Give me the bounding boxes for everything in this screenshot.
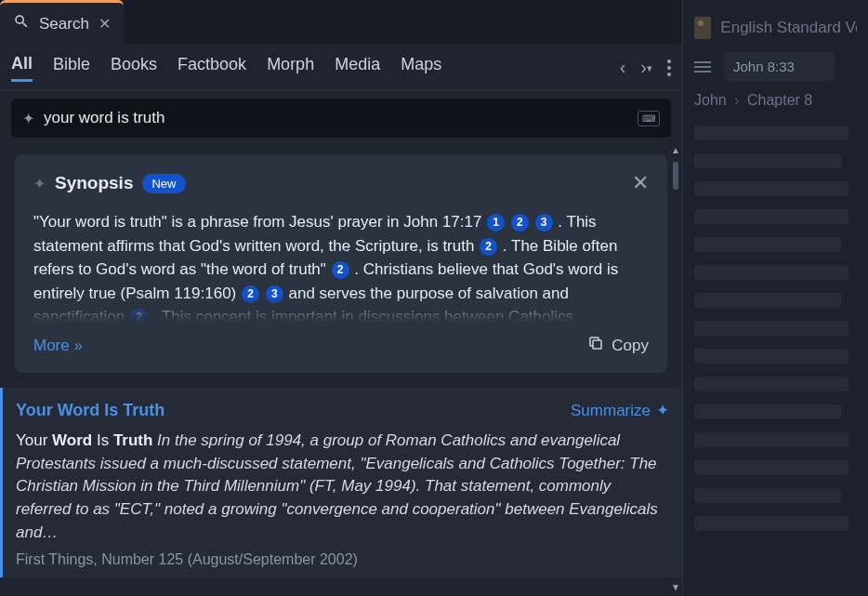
- result-source: First Things, Number 125 (August/Septemb…: [16, 551, 669, 568]
- nav-controls: ‹ ›▾: [620, 57, 671, 78]
- result-body: Your Word Is Truth In the spring of 1994…: [16, 430, 669, 544]
- citation-pill[interactable]: 2: [332, 261, 349, 279]
- skeleton-line: [694, 460, 848, 475]
- citation-pill[interactable]: 2: [511, 214, 529, 232]
- citation-pill[interactable]: 3: [535, 214, 553, 232]
- search-tab[interactable]: Search ✕: [0, 0, 124, 45]
- skeleton-line: [694, 404, 841, 419]
- svg-rect-0: [593, 340, 601, 349]
- skeleton-line: [694, 516, 848, 531]
- close-icon[interactable]: ✕: [632, 171, 649, 195]
- synopsis-title: Synopsis: [55, 173, 133, 193]
- result-lead: Truth: [113, 431, 153, 449]
- skeleton-loader: [683, 120, 868, 536]
- sparkle-icon: ✦: [22, 110, 34, 127]
- filter-media[interactable]: Media: [335, 55, 380, 80]
- filter-bible[interactable]: Bible: [53, 55, 90, 80]
- citation-pill[interactable]: 2: [480, 238, 497, 256]
- synopsis-header: ✦ Synopsis New ✕: [33, 171, 649, 195]
- filter-books[interactable]: Books: [111, 55, 157, 80]
- citation-pill[interactable]: 1: [487, 214, 505, 232]
- skeleton-line: [694, 349, 848, 364]
- scrollbar-thumb[interactable]: [673, 162, 678, 190]
- tab-title: Search: [39, 15, 89, 33]
- skeleton-line: [694, 432, 848, 447]
- result-card: Your Word Is Truth Summarize ✦ Your Word…: [0, 388, 682, 577]
- breadcrumb: John › Chapter 8: [683, 88, 868, 120]
- resource-title: English Standard Ver: [720, 19, 857, 37]
- more-menu-icon[interactable]: [667, 60, 671, 76]
- skeleton-line: [694, 209, 848, 224]
- copy-label: Copy: [612, 337, 649, 355]
- nav-back-icon[interactable]: ‹: [620, 57, 626, 78]
- crumb-chapter[interactable]: Chapter 8: [747, 92, 812, 108]
- skeleton-line: [694, 321, 848, 336]
- reader-pane: English Standard Ver John › Chapter 8: [682, 0, 868, 596]
- filter-tabs: All Bible Books Factbook Morph Media Map…: [11, 54, 441, 82]
- scroll-up-icon[interactable]: ▲: [671, 145, 680, 155]
- copy-button[interactable]: Copy: [587, 335, 649, 356]
- close-icon[interactable]: ✕: [99, 15, 111, 33]
- chevron-right-icon: ›: [734, 92, 739, 108]
- result-lead: Your: [16, 431, 52, 449]
- filter-factbook[interactable]: Factbook: [178, 55, 246, 80]
- skeleton-line: [694, 153, 841, 168]
- nav-forward-icon[interactable]: ›▾: [640, 57, 652, 78]
- filter-morph[interactable]: Morph: [267, 55, 314, 80]
- crumb-book[interactable]: John: [694, 92, 727, 108]
- sparkle-icon: ✦: [33, 175, 46, 192]
- summarize-button[interactable]: Summarize ✦: [571, 401, 669, 420]
- sparkle-icon: ✦: [656, 401, 669, 420]
- skeleton-line: [694, 265, 848, 280]
- filter-row: All Bible Books Factbook Morph Media Map…: [0, 45, 682, 91]
- more-link[interactable]: More »: [33, 337, 83, 355]
- result-lead: Is: [92, 431, 113, 449]
- book-icon: [694, 17, 711, 39]
- search-bar: ✦ ⌨: [11, 99, 671, 138]
- skeleton-line: [694, 181, 848, 196]
- contents-icon[interactable]: [694, 61, 711, 73]
- tab-bar: Search ✕: [0, 0, 682, 45]
- skeleton-line: [694, 126, 848, 140]
- summarize-label: Summarize: [571, 402, 651, 420]
- scroll-down-icon[interactable]: ▼: [671, 582, 680, 592]
- synopsis-card: ✦ Synopsis New ✕ "Your word is truth" is…: [15, 154, 667, 373]
- result-title-link[interactable]: Your Word Is Truth: [16, 401, 164, 420]
- reader-toolbar: [683, 45, 868, 88]
- copy-icon: [587, 335, 604, 356]
- results-area: ▲ ✦ Synopsis New ✕ "Your word is truth" …: [0, 145, 682, 596]
- synopsis-text: "Your word is truth" is a phrase from Je…: [33, 213, 486, 231]
- synopsis-body: "Your word is truth" is a phrase from Je…: [33, 210, 649, 322]
- skeleton-line: [694, 488, 841, 503]
- skeleton-line: [694, 377, 848, 391]
- filter-maps[interactable]: Maps: [401, 55, 441, 80]
- search-input[interactable]: [44, 109, 638, 127]
- synopsis-footer: More » Copy: [33, 335, 649, 356]
- reference-input[interactable]: [724, 52, 835, 81]
- skeleton-line: [694, 237, 841, 252]
- search-icon: [13, 13, 30, 34]
- reader-header: English Standard Ver: [683, 0, 868, 45]
- skeleton-line: [694, 293, 841, 308]
- result-lead: Word: [52, 431, 92, 449]
- filter-all[interactable]: All: [11, 54, 33, 82]
- keyboard-icon[interactable]: ⌨: [638, 111, 660, 126]
- new-badge: New: [142, 174, 185, 193]
- search-pane: Search ✕ All Bible Books Factbook Morph …: [0, 0, 682, 596]
- result-header: Your Word Is Truth Summarize ✦: [16, 401, 669, 420]
